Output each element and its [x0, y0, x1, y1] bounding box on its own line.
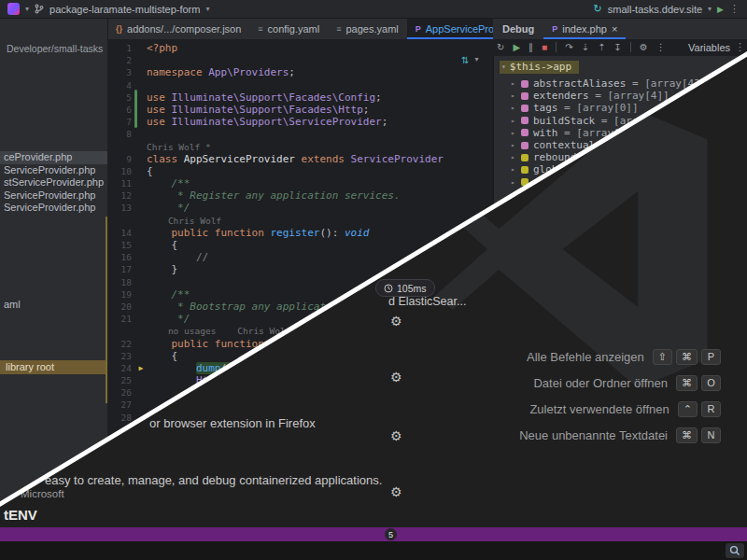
- code-text: //: [147, 251, 208, 263]
- pause-icon[interactable]: ∥: [529, 43, 533, 52]
- keycap: R: [701, 401, 721, 417]
- tree-item-file[interactable]: ServiceProvider.php: [0, 189, 107, 203]
- tree-item-file[interactable]: stServiceProvider.php: [0, 176, 107, 189]
- keycap: P: [701, 349, 721, 365]
- tab-label: pages.yaml: [345, 23, 398, 35]
- gutter-marker: [135, 165, 147, 177]
- panel-divider-highlight[interactable]: [106, 217, 107, 403]
- line-number: [107, 141, 135, 153]
- gear-icon[interactable]: ⚙: [390, 484, 402, 499]
- editor-tab[interactable]: {}addons/.../composer.json: [107, 19, 249, 39]
- editor-tab[interactable]: ≡config.yaml: [249, 19, 328, 39]
- rerun-icon[interactable]: ↻: [497, 43, 504, 52]
- shortcut-keys: ⌘O: [676, 375, 721, 391]
- line-number: 12: [107, 189, 135, 202]
- phpstorm-titlebar: ▾ package-laramate-multistep-form ▾ ↻ sm…: [0, 0, 747, 19]
- vcs-change-marker: [134, 90, 137, 128]
- sync-icon[interactable]: ↻: [594, 3, 602, 15]
- screen: ▾ package-laramate-multistep-form ▾ ↻ sm…: [0, 0, 747, 560]
- code-text: }: [147, 263, 177, 275]
- chevron-down-icon[interactable]: ▾: [205, 5, 209, 13]
- code-line: 14 public function register(): void: [107, 227, 493, 239]
- chevron-down-icon[interactable]: ▾: [708, 5, 712, 13]
- separator: [630, 42, 631, 52]
- more-icon[interactable]: ⋮: [656, 43, 666, 52]
- line-number: 21: [107, 313, 135, 325]
- tool-window-debug-tab[interactable]: Debug: [493, 19, 543, 39]
- titlebar-right: ↻ small-tasks.ddev.site ▾ ▶ ⋮: [594, 3, 740, 15]
- chevron-right-icon: ▸: [511, 178, 520, 187]
- gear-icon[interactable]: ⚙: [390, 428, 402, 443]
- code-line: 7use Illuminate\Support\ServiceProvider;: [107, 116, 493, 128]
- stop-icon[interactable]: ■: [542, 43, 547, 52]
- run-to-cursor-icon[interactable]: ↧: [613, 43, 621, 52]
- watch-root[interactable]: ▾$this->app: [500, 61, 579, 74]
- field-icon: [521, 129, 529, 136]
- chevron-right-icon: ▸: [511, 104, 520, 112]
- resume-icon[interactable]: ▶: [513, 43, 520, 52]
- extension-name-fragment: tENV: [4, 507, 37, 523]
- keycap: N: [701, 427, 721, 443]
- extension-publisher: Microsoft: [21, 488, 64, 499]
- tree-item-file[interactable]: ServiceProvider.php: [0, 164, 107, 177]
- variable-name: with: [533, 127, 558, 139]
- gutter-marker: [135, 399, 147, 411]
- phpstorm-logo-icon: [7, 3, 20, 15]
- line-number: 4: [107, 79, 135, 91]
- branch-name[interactable]: package-laramate-multistep-form: [49, 4, 200, 15]
- extension-text-fragment: d ElasticSear...: [388, 295, 466, 308]
- gutter-marker: [135, 239, 147, 251]
- code-text: use Illuminate\Support\Facades\Config;: [147, 91, 382, 104]
- gear-icon[interactable]: ⚙: [390, 370, 402, 385]
- chevron-right-icon: ▸: [511, 117, 520, 125]
- code-text: {: [147, 239, 177, 251]
- tree-item-library-root[interactable]: library root: [0, 360, 107, 374]
- debug-session-tab[interactable]: P index.php ×: [543, 19, 626, 39]
- field-icon: [521, 92, 529, 100]
- project-root-path[interactable]: Developer/small-tasks: [7, 43, 107, 54]
- tab-label: addons/.../composer.json: [127, 23, 241, 35]
- chevron-right-icon: ▸: [511, 79, 520, 88]
- shortcut-row[interactable]: Neue unbenannte Textdatei⌘N: [519, 427, 721, 443]
- zoom-button[interactable]: [726, 543, 744, 558]
- tree-item-file[interactable]: ServiceProvider.php: [0, 202, 107, 215]
- step-out-icon[interactable]: ⇡: [598, 43, 605, 52]
- line-number: 23: [107, 350, 135, 362]
- code-line: Chris Wolf: [107, 215, 493, 227]
- variable-name: extenders: [533, 90, 589, 102]
- chevron-right-icon: ▸: [511, 129, 520, 137]
- step-into-icon[interactable]: ⇣: [582, 43, 589, 52]
- more-icon[interactable]: ⋮: [735, 41, 745, 53]
- tree-item-file[interactable]: ceProvider.php: [0, 151, 107, 164]
- shortcut-row[interactable]: Datei oder Ordner öffnen⌘O: [533, 375, 721, 391]
- gear-icon[interactable]: ⚙: [390, 314, 402, 329]
- editor-tab-bar: {}addons/.../composer.json≡config.yaml≡p…: [107, 19, 493, 39]
- code-line: 4: [107, 79, 493, 91]
- step-over-icon[interactable]: ↷: [565, 43, 572, 52]
- editor-tab[interactable]: ≡pages.yaml: [328, 19, 407, 39]
- field-icon: [521, 117, 529, 124]
- status-badge[interactable]: 5: [385, 528, 397, 540]
- execution-pointer-icon: ▶: [135, 362, 147, 374]
- more-icon[interactable]: ⋮: [729, 3, 740, 15]
- line-number: 3: [107, 66, 135, 78]
- line-number: 9: [107, 153, 135, 165]
- code-line: 1<?php: [107, 42, 493, 54]
- line-number: 28: [107, 412, 135, 424]
- editor-inspections-widget[interactable]: ⇅ ▾: [461, 55, 478, 65]
- vscode-status-bar[interactable]: [0, 527, 747, 541]
- close-icon[interactable]: ×: [612, 23, 617, 35]
- run-config-site[interactable]: small-tasks.ddev.site: [608, 4, 702, 15]
- gutter-marker: [135, 374, 147, 386]
- shortcut-row[interactable]: Alle Befehle anzeigen⇧⌘P: [527, 349, 721, 365]
- git-branch-icon: [35, 4, 44, 14]
- chevron-down-icon[interactable]: ▾: [25, 5, 29, 13]
- line-number: 13: [107, 202, 135, 214]
- shortcut-row[interactable]: Zuletzt verwendete öffnen⌃R: [529, 401, 721, 417]
- code-text: public function register(): void: [147, 227, 369, 239]
- settings-icon[interactable]: ⚙: [640, 43, 648, 52]
- variables-tab[interactable]: Variables: [688, 42, 730, 53]
- shortcut-label: Alle Befehle anzeigen: [527, 350, 644, 364]
- run-icon[interactable]: ▶: [717, 5, 724, 14]
- tree-item-yaml-fragment[interactable]: aml: [4, 299, 21, 310]
